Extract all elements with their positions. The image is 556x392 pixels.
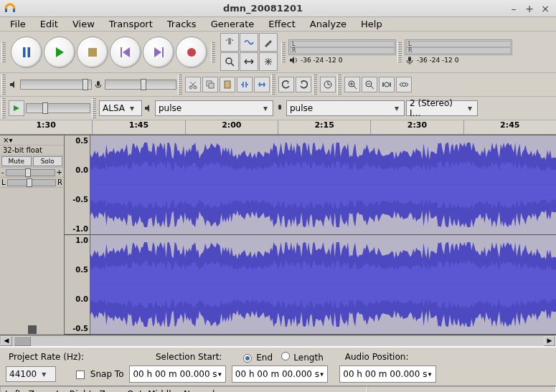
zoom-out-button[interactable]: [362, 77, 377, 92]
grip[interactable]: [211, 42, 215, 62]
snap-to-checkbox[interactable]: [76, 371, 85, 379]
grip[interactable]: [281, 42, 286, 62]
input-volume-slider[interactable]: [105, 80, 176, 90]
grip[interactable]: [1, 98, 6, 118]
pan-slider[interactable]: [7, 179, 56, 186]
input-device-icon: [275, 103, 285, 113]
undo-button[interactable]: [278, 77, 294, 92]
gain-plus-label: +: [57, 168, 62, 176]
output-volume-slider[interactable]: [20, 80, 92, 90]
record-channels-combo[interactable]: 2 (Stereo) I…▾: [406, 100, 478, 116]
skip-start-button[interactable]: [110, 37, 141, 68]
draw-tool[interactable]: [259, 33, 278, 52]
collapse-button[interactable]: [28, 325, 37, 334]
envelope-tool[interactable]: [240, 33, 258, 52]
pan-left-label: L: [1, 178, 6, 186]
menu-analyze[interactable]: Analyze: [303, 17, 354, 31]
track-dropdown[interactable]: ×▾: [3, 136, 12, 144]
pan-right-label: R: [57, 178, 62, 186]
svg-point-21: [402, 83, 406, 87]
record-button[interactable]: [176, 37, 207, 68]
grip[interactable]: [337, 75, 341, 95]
audio-position-field[interactable]: 00 h 00 m 00.000 s▾: [339, 365, 435, 383]
output-volume-icon: [9, 80, 19, 90]
edit-toolbar: [0, 73, 556, 97]
input-device-combo[interactable]: pulse▾: [286, 100, 405, 116]
skip-end-button[interactable]: [143, 37, 174, 68]
waveform-channel-left[interactable]: [90, 135, 556, 235]
play-speed-slider[interactable]: [26, 103, 90, 113]
grip[interactable]: [1, 75, 6, 95]
horizontal-scrollbar[interactable]: ◀ ▶: [0, 335, 556, 347]
grip[interactable]: [178, 75, 182, 95]
input-volume-icon: [93, 80, 103, 90]
selection-end-value: 00 h 00 m 00.000 s: [235, 369, 319, 379]
silence-button[interactable]: [254, 77, 270, 92]
selection-start-field[interactable]: 00 h 00 m 00.000 s▾: [129, 365, 225, 383]
audio-host-combo[interactable]: ALSA▾: [99, 100, 142, 116]
zoom-tool[interactable]: [220, 52, 239, 71]
timeline-ruler[interactable]: 1:30 1:45 2:00 2:15 2:30 2:45: [0, 120, 556, 135]
pause-button[interactable]: [11, 37, 42, 68]
record-meter[interactable]: LR: [405, 39, 512, 55]
title-bar: dmn_20081201 – + ×: [0, 0, 556, 17]
menu-transport[interactable]: Transport: [102, 17, 160, 31]
track-format-label: 32-bit float: [3, 146, 42, 154]
play-button[interactable]: [44, 37, 75, 68]
zoom-in-button[interactable]: [344, 77, 360, 92]
redo-button[interactable]: [296, 77, 311, 92]
trim-button[interactable]: [237, 77, 253, 92]
cut-button[interactable]: [185, 77, 201, 92]
multi-tool[interactable]: [259, 52, 278, 71]
solo-button[interactable]: Solo: [33, 156, 63, 166]
output-device-icon: [143, 103, 154, 113]
mute-button[interactable]: Mute: [1, 156, 32, 166]
timeshift-tool[interactable]: [240, 52, 258, 71]
menu-tracks[interactable]: Tracks: [160, 17, 204, 31]
end-radio[interactable]: [243, 354, 252, 363]
fit-project-button[interactable]: [396, 77, 412, 92]
axis-tick: 0.5: [65, 137, 88, 145]
playback-meter[interactable]: LR: [288, 39, 396, 55]
grip[interactable]: [271, 75, 275, 95]
grip[interactable]: [313, 75, 317, 95]
length-label: Length: [293, 353, 323, 363]
menu-help[interactable]: Help: [354, 17, 390, 31]
menu-view[interactable]: View: [65, 17, 102, 31]
length-radio[interactable]: [281, 352, 290, 360]
selection-tool[interactable]: [220, 33, 239, 52]
project-rate-combo[interactable]: 44100▾: [6, 366, 56, 382]
svg-rect-2: [23, 47, 26, 57]
paste-button[interactable]: [220, 77, 235, 92]
fit-selection-button[interactable]: [379, 77, 395, 92]
stop-button[interactable]: [77, 37, 108, 68]
snap-to-label: Snap To: [90, 369, 124, 379]
grip[interactable]: [397, 42, 402, 62]
svg-rect-16: [226, 80, 229, 82]
menu-edit[interactable]: Edit: [33, 17, 65, 31]
input-device-value: pulse: [290, 103, 313, 113]
menu-effect[interactable]: Effect: [261, 17, 302, 31]
menu-file[interactable]: File: [3, 17, 33, 31]
waveform-channel-right[interactable]: [90, 235, 556, 335]
waveform-area[interactable]: [90, 135, 556, 335]
speaker-icon: [288, 55, 298, 65]
close-button[interactable]: ×: [539, 3, 552, 14]
grip[interactable]: [92, 98, 96, 118]
maximize-button[interactable]: +: [523, 3, 536, 14]
grip[interactable]: [1, 42, 6, 62]
svg-point-20: [385, 82, 389, 87]
track-control-panel[interactable]: ×▾ 32-bit float Mute Solo - + L R: [0, 135, 65, 335]
minimize-button[interactable]: –: [507, 3, 520, 14]
end-label: End: [256, 353, 273, 363]
selection-end-field[interactable]: 00 h 00 m 00.000 s▾: [232, 365, 328, 383]
status-right: [367, 386, 556, 392]
svg-rect-14: [209, 83, 214, 88]
menu-generate[interactable]: Generate: [204, 17, 262, 31]
play-at-speed-button[interactable]: [9, 100, 24, 116]
gain-slider[interactable]: [6, 169, 55, 176]
project-rate-value: 44100: [9, 369, 37, 379]
output-device-combo[interactable]: pulse▾: [155, 100, 273, 116]
copy-button[interactable]: [202, 77, 218, 92]
sync-lock-button[interactable]: [320, 77, 336, 92]
